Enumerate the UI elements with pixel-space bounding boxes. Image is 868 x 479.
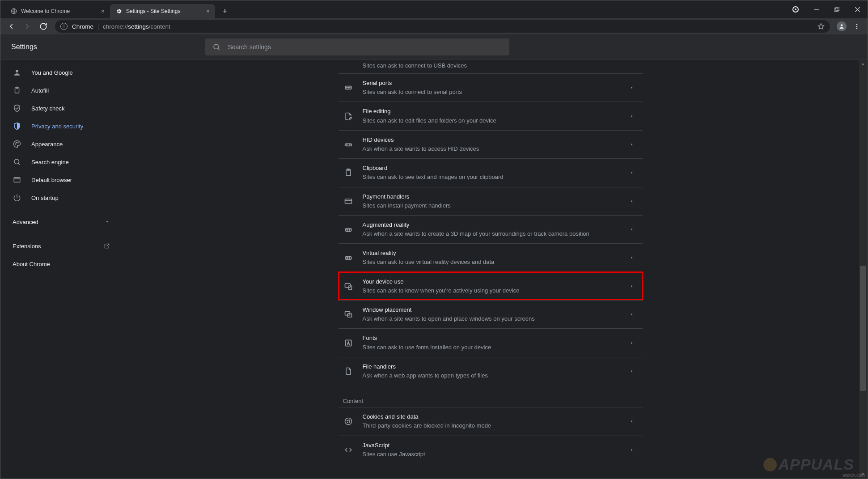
chevron-right-icon <box>630 447 634 453</box>
minimize-button[interactable] <box>806 0 826 18</box>
svg-point-9 <box>856 26 858 27</box>
content-area: Sites can ask to connect to USB devices … <box>122 60 867 478</box>
scrollbar-thumb[interactable] <box>860 266 866 391</box>
scrollbar[interactable]: ▲ ▼ <box>859 60 867 478</box>
profile-button[interactable] <box>834 19 849 34</box>
svg-marker-40 <box>631 200 632 202</box>
row-javascript[interactable]: JavaScriptSites can use Javascript <box>339 436 643 464</box>
row-cookies[interactable]: Cookies and site dataThird-party cookies… <box>339 407 643 435</box>
payment-icon <box>343 196 354 207</box>
row-subtitle: Ask when a site wants to open and place … <box>363 315 621 323</box>
update-indicator-icon[interactable] <box>785 0 806 18</box>
svg-point-62 <box>349 422 350 423</box>
tab-welcome[interactable]: Welcome to Chrome × <box>5 4 110 18</box>
row-title: Serial ports <box>363 79 621 87</box>
row-subtitle: Sites can ask to connect to USB devices <box>363 62 621 70</box>
svg-marker-57 <box>631 370 632 373</box>
watermark: APPUALS <box>763 456 854 473</box>
tab-strip: Welcome to Chrome × Settings - Site Sett… <box>0 0 868 18</box>
svg-rect-21 <box>14 178 20 182</box>
row-serial-ports[interactable]: Serial portsSites can ask to connect to … <box>339 73 643 102</box>
row-title: File editing <box>363 107 621 115</box>
sidebar-item-appearance[interactable]: Appearance <box>1 135 122 153</box>
sidebar-item-autofill[interactable]: Autofill <box>1 81 122 99</box>
shield-icon <box>13 122 21 131</box>
back-button[interactable] <box>4 19 18 34</box>
row-title: JavaScript <box>363 441 621 449</box>
sidebar-item-safety-check[interactable]: Safety check <box>1 99 122 117</box>
reload-button[interactable] <box>36 19 51 34</box>
chevron-right-icon <box>630 312 634 317</box>
menu-button[interactable] <box>850 19 864 34</box>
chevron-right-icon <box>630 419 634 424</box>
row-subtitle: Ask when a site wants to create a 3D map… <box>363 230 621 238</box>
svg-line-12 <box>218 48 220 50</box>
svg-point-16 <box>15 144 16 144</box>
svg-point-47 <box>349 258 350 259</box>
search-input[interactable] <box>228 43 502 51</box>
tab-settings[interactable]: Settings - Site Settings × <box>110 4 215 18</box>
forward-button[interactable] <box>20 19 34 34</box>
sidebar-item-label: Appearance <box>31 141 63 148</box>
sidebar-item-search-engine[interactable]: Search engine <box>1 153 122 171</box>
sidebar-item-default-browser[interactable]: Default browser <box>1 171 122 189</box>
device-use-icon <box>343 281 354 292</box>
close-window-button[interactable] <box>847 0 868 18</box>
chevron-right-icon <box>630 170 634 175</box>
search-settings[interactable] <box>205 38 509 55</box>
chevron-down-icon <box>105 219 110 225</box>
svg-point-10 <box>856 28 858 29</box>
scroll-up-icon[interactable]: ▲ <box>859 60 867 68</box>
sidebar-item-label: Search engine <box>31 159 69 165</box>
row-payment-handlers[interactable]: Payment handlersSites can install paymen… <box>339 187 643 215</box>
hid-icon <box>343 139 354 150</box>
svg-point-43 <box>349 229 350 231</box>
row-subtitle: Third-party cookies are blocked in Incog… <box>363 422 621 430</box>
row-hid-devices[interactable]: HID devicesAsk when a site wants to acce… <box>339 130 643 158</box>
row-augmented-reality[interactable]: Augmented realityAsk when a site wants t… <box>339 215 643 243</box>
browser-icon <box>13 175 21 184</box>
sidebar-item-privacy-security[interactable]: Privacy and security <box>1 117 122 135</box>
svg-point-60 <box>348 420 349 421</box>
row-window-placement[interactable]: Window placementAsk when a site wants to… <box>339 300 643 328</box>
row-title: File handlers <box>363 363 621 371</box>
sidebar-about-chrome[interactable]: About Chrome <box>1 255 122 273</box>
new-tab-button[interactable]: + <box>219 5 231 17</box>
omnibox[interactable]: i Chrome chrome://settings/content <box>55 20 830 33</box>
svg-marker-6 <box>818 23 824 29</box>
row-file-editing[interactable]: File editingSites can ask to edit files … <box>339 102 643 130</box>
svg-point-8 <box>856 24 858 25</box>
sidebar-extensions[interactable]: Extensions <box>1 237 122 255</box>
sidebar-item-you-and-google[interactable]: You and Google <box>1 64 122 81</box>
page-title: Settings <box>11 43 37 51</box>
row-your-device-use[interactable]: Your device useSites can ask to know whe… <box>339 272 643 300</box>
svg-marker-51 <box>631 285 632 287</box>
close-icon[interactable]: × <box>206 8 210 15</box>
row-usb-devices[interactable]: Sites can ask to connect to USB devices … <box>339 60 643 73</box>
chevron-right-icon <box>630 85 634 90</box>
cookie-icon <box>343 416 354 427</box>
row-clipboard[interactable]: ClipboardSites can ask to see text and i… <box>339 158 643 187</box>
site-info-icon[interactable]: i <box>60 23 68 30</box>
sidebar-item-on-startup[interactable]: On startup <box>1 189 122 207</box>
svg-point-61 <box>347 422 348 423</box>
svg-marker-24 <box>106 221 109 223</box>
chevron-right-icon <box>630 114 634 119</box>
row-fonts[interactable]: FontsSites can ask to use fonts installe… <box>339 328 643 356</box>
svg-point-26 <box>346 87 347 88</box>
row-subtitle: Ask when a site wants to access HID devi… <box>363 145 621 153</box>
svg-point-19 <box>14 159 19 164</box>
omnibox-url: chrome://settings/content <box>103 23 170 30</box>
row-virtual-reality[interactable]: Virtual realitySites can ask to use virt… <box>339 243 643 271</box>
maximize-button[interactable] <box>826 0 847 18</box>
row-file-handlers[interactable]: File handlersAsk when a web app wants to… <box>339 357 643 385</box>
chevron-right-icon <box>630 227 634 232</box>
sidebar-item-label: Autofill <box>31 87 49 94</box>
bookmark-icon[interactable] <box>817 23 825 30</box>
close-icon[interactable]: × <box>101 8 105 15</box>
svg-marker-63 <box>631 420 632 423</box>
svg-rect-38 <box>345 199 351 203</box>
external-link-icon <box>104 243 110 249</box>
sidebar-advanced-toggle[interactable]: Advanced <box>1 213 122 231</box>
row-title: Augmented reality <box>363 221 621 229</box>
